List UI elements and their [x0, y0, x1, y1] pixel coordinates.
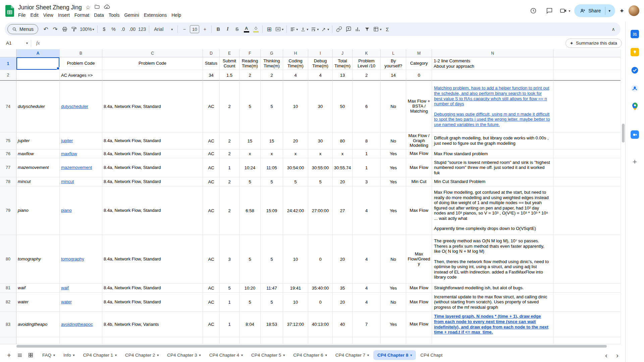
cell-H83[interactable]: 37:12:00: [283, 312, 308, 337]
problem-link-mazemovement[interactable]: mazemovement: [61, 165, 92, 170]
tab-cp4-chapter-5[interactable]: CP4 Chapter 5▾: [247, 350, 289, 360]
menu-data[interactable]: Data: [92, 12, 106, 18]
cell-L76[interactable]: Yes: [381, 149, 406, 158]
column-header-K[interactable]: K: [353, 49, 381, 57]
cell-G76[interactable]: x: [261, 149, 283, 158]
gemini-sparkle-icon[interactable]: ✦: [619, 7, 625, 15]
cell-J83[interactable]: 40: [333, 312, 353, 337]
cell-I77[interactable]: 30:55:00: [308, 158, 333, 177]
cell-C76[interactable]: 8.4a, Network Flow, Standard: [102, 149, 203, 158]
tab-cp4-chapter-7[interactable]: CP4 Chapter 7▾: [331, 350, 373, 360]
header-cell-E1[interactable]: Submit Count: [220, 57, 239, 70]
cell-A78[interactable]: mincut: [16, 177, 60, 186]
cell-I75[interactable]: 30: [308, 132, 333, 149]
cell-C81[interactable]: 8.4a, Network Flow, Standard: [102, 284, 203, 293]
cell-L81[interactable]: Yes: [381, 284, 406, 293]
problem-link-maxflow[interactable]: maxflow: [61, 151, 77, 156]
strikethrough-button[interactable]: S: [232, 24, 241, 34]
chevron-down-icon[interactable]: ▾: [115, 353, 117, 357]
more-formats-button[interactable]: 123: [137, 24, 147, 34]
cell-Mnext[interactable]: [406, 337, 432, 344]
tab-cp4-chapt[interactable]: CP4 Chapt: [416, 350, 446, 360]
increase-font-size-button[interactable]: +: [200, 24, 209, 34]
zoom-select[interactable]: 100% ▾: [79, 24, 95, 34]
cell-G80[interactable]: 5: [261, 235, 283, 284]
cell-E83[interactable]: 1: [220, 312, 239, 337]
fill-color-button[interactable]: [251, 24, 260, 34]
cell-K75[interactable]: 8: [353, 132, 381, 149]
cell-H82[interactable]: 10: [283, 293, 308, 312]
font-select[interactable]: Arial ▾: [151, 24, 175, 34]
column-header-I[interactable]: I: [308, 49, 333, 57]
chevron-down-icon[interactable]: ▾: [569, 9, 570, 13]
cell-J74[interactable]: 50: [333, 81, 353, 132]
cell-N2[interactable]: [432, 70, 553, 81]
cell-L75[interactable]: No: [381, 132, 406, 149]
row-header-83[interactable]: 83: [0, 312, 16, 337]
chevron-down-icon[interactable]: ▾: [325, 353, 327, 357]
problem-link-tomography[interactable]: tomography: [61, 256, 84, 261]
menu-gemini[interactable]: Gemini: [122, 12, 141, 18]
cell-B79[interactable]: piano: [60, 186, 102, 235]
cell-A83[interactable]: avoidingtheapo: [16, 312, 60, 337]
cell-I82[interactable]: 0: [308, 293, 333, 312]
cell-avg-D2[interactable]: 34: [203, 70, 220, 81]
cell-J80[interactable]: 20: [333, 235, 353, 284]
cell-Cnext[interactable]: [102, 337, 203, 344]
header-cell-C1[interactable]: Problem Code: [102, 57, 203, 70]
cell-N78[interactable]: Min Cut Standard Problem: [432, 177, 553, 186]
version-history-icon[interactable]: [527, 5, 539, 17]
insert-link-button[interactable]: [334, 24, 343, 34]
cell-N82[interactable]: Incremental update to the max flow struc…: [432, 293, 553, 312]
header-cell-D1[interactable]: Status: [203, 57, 220, 70]
cell-D77[interactable]: AC: [203, 158, 220, 177]
cell-L83[interactable]: Yes: [381, 312, 406, 337]
cell-K83[interactable]: 7: [353, 312, 381, 337]
maps-icon[interactable]: [630, 102, 639, 111]
problem-link-avoidingtheapoc[interactable]: avoidingtheapoc: [61, 322, 93, 327]
header-cell-J1[interactable]: Total Time(m): [333, 57, 353, 70]
cell-I76[interactable]: x: [308, 149, 333, 158]
row-header-75[interactable]: 75: [0, 132, 16, 149]
cell-avg-M2[interactable]: 0: [406, 70, 432, 81]
cell-E81[interactable]: 5: [220, 284, 239, 293]
cell-K80[interactable]: 4: [353, 235, 381, 284]
avatar[interactable]: [629, 5, 639, 16]
column-header-G[interactable]: G: [261, 49, 283, 57]
tab-cp4-chapter-8[interactable]: CP4 Chapter 8▾: [373, 350, 416, 360]
collapse-toolbar-button[interactable]: ∧: [609, 24, 618, 34]
cell-C82[interactable]: 8.4a, Network Flow, Standard: [102, 293, 203, 312]
cell-M82[interactable]: Max Flow: [406, 293, 432, 312]
cell-Inext[interactable]: [308, 337, 333, 344]
cell-B77[interactable]: mazemovement: [60, 158, 102, 177]
cell-A74[interactable]: dutyscheduler: [16, 81, 60, 132]
chevron-down-icon[interactable]: ▾: [73, 353, 75, 357]
cell-M77[interactable]: Max Flow: [406, 158, 432, 177]
cell-N74[interactable]: Matching problem, have to add a helper f…: [432, 81, 553, 132]
row-header-78[interactable]: 78: [0, 177, 16, 186]
cell-B75[interactable]: jupiter: [60, 132, 102, 149]
grid-corner[interactable]: [0, 49, 16, 57]
menu-insert[interactable]: Insert: [56, 12, 72, 18]
cell-A81[interactable]: waif: [16, 284, 60, 293]
cell-G74[interactable]: 5: [261, 81, 283, 132]
cell-Dnext[interactable]: [203, 337, 220, 344]
header-cell-B1[interactable]: Problem Code: [60, 57, 102, 70]
header-cell-H1[interactable]: Coding Time(m): [283, 57, 308, 70]
cell-C83[interactable]: 8.4b, Network Flow, Variants: [102, 312, 203, 337]
cell-avg-F2[interactable]: 2: [239, 70, 261, 81]
cell-A77[interactable]: mazemovement: [16, 158, 60, 177]
column-header-B[interactable]: B: [60, 49, 102, 57]
cell-Lnext[interactable]: [381, 337, 406, 344]
cell-M76[interactable]: Max Flow: [406, 149, 432, 158]
cell-M81[interactable]: Max Flow: [406, 284, 432, 293]
row-header-next[interactable]: [0, 337, 16, 344]
all-sheets-icon[interactable]: [15, 350, 25, 360]
cell-G82[interactable]: 5: [261, 293, 283, 312]
decrease-decimal-button[interactable]: .0: [118, 24, 127, 34]
cell-B82[interactable]: water: [60, 293, 102, 312]
cell-N79[interactable]: Max Flow modelling, got confused at the …: [432, 186, 553, 235]
cell-G75[interactable]: 15: [261, 132, 283, 149]
cell-I74[interactable]: 30: [308, 81, 333, 132]
cell-N76[interactable]: Max Flow standard problem: [432, 149, 553, 158]
